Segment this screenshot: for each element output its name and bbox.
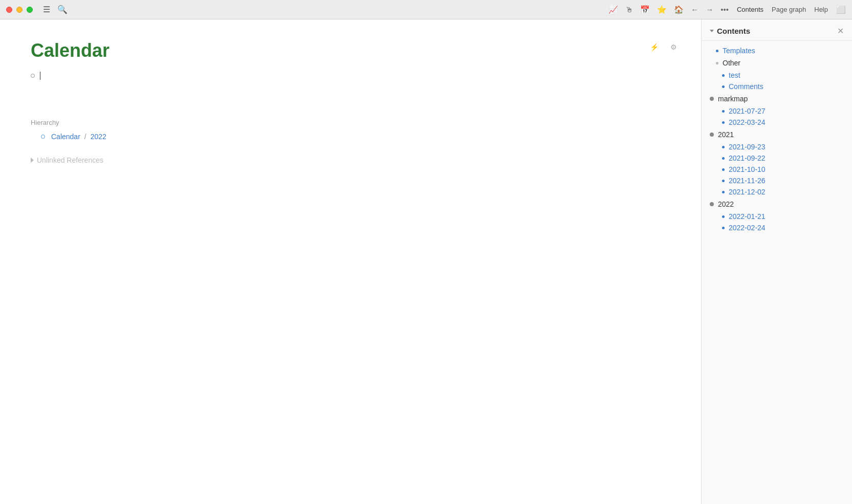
right-panel: Contents ✕ Templates Other test Comments <box>701 19 852 504</box>
gear-icon[interactable]: ⚙ <box>666 40 681 54</box>
main-layout: ⚡ ⚙ Calendar Hierarchy Calendar / 2022 U… <box>0 19 852 504</box>
toc-group-other: Other <box>702 56 852 70</box>
tab-page-graph[interactable]: Page graph <box>772 4 806 15</box>
toc-link-2022-02-24[interactable]: 2022-02-24 <box>729 224 766 232</box>
editor-text-cursor[interactable] <box>40 72 40 80</box>
titlebar-right: 📈 🖱 📅 ⭐ 🏠 ← → ••• Contents Page graph He… <box>608 4 846 15</box>
toc-dot-2021-09-23 <box>722 146 725 148</box>
hier-bullet <box>41 135 45 139</box>
panel-header: Contents ✕ <box>702 19 852 41</box>
panel-collapse-icon[interactable] <box>710 30 714 32</box>
toc-link-comments[interactable]: Comments <box>729 82 763 91</box>
toc-link-2021-09-22[interactable]: 2021-09-22 <box>729 154 766 162</box>
back-icon[interactable]: ← <box>691 5 698 14</box>
hierarchy-item: Calendar / 2022 <box>41 133 670 141</box>
toc-link-2022-01-21[interactable]: 2022-01-21 <box>729 212 766 221</box>
more-icon[interactable]: ••• <box>720 5 729 14</box>
titlebar: ☰ 🔍 📈 🖱 📅 ⭐ 🏠 ← → ••• Contents Page grap… <box>0 0 852 19</box>
toc-item-templates[interactable]: Templates <box>702 45 852 56</box>
hierarchy-link-2022[interactable]: 2022 <box>91 133 106 141</box>
unlinked-references[interactable]: Unlinked References <box>31 156 670 164</box>
unlinked-label: Unlinked References <box>37 156 103 164</box>
toc-group-2022: 2022 <box>702 198 852 211</box>
maximize-button[interactable] <box>27 7 33 13</box>
toc-dot-2021-10-10 <box>722 168 725 171</box>
toc-dot-test <box>722 74 725 77</box>
tab-contents[interactable]: Contents <box>737 4 763 15</box>
toc-group-markmap: markmap <box>702 92 852 105</box>
toc-item-2021-09-22[interactable]: 2021-09-22 <box>702 152 852 164</box>
toc-dot-2021 <box>710 133 714 137</box>
toc-2021-label: 2021 <box>718 130 734 139</box>
toc-link-templates[interactable]: Templates <box>723 47 755 55</box>
editor-toolbar: ⚡ ⚙ <box>647 40 681 54</box>
titlebar-left: ☰ 🔍 <box>6 5 68 14</box>
calendar-icon[interactable]: 📅 <box>640 5 650 14</box>
toc-link-2021-10-10[interactable]: 2021-10-10 <box>729 165 766 173</box>
minimize-button[interactable] <box>16 7 23 13</box>
toc-dot-other <box>716 62 718 64</box>
toc-dot-2022-03-24 <box>722 121 725 124</box>
toc-item-2021-12-02[interactable]: 2021-12-02 <box>702 186 852 198</box>
hierarchy-link-calendar[interactable]: Calendar <box>51 133 80 141</box>
toc-item-2021-09-23[interactable]: 2021-09-23 <box>702 141 852 152</box>
toc-group-2021: 2021 <box>702 128 852 141</box>
analytics-icon[interactable]: 📈 <box>608 5 618 14</box>
toc-link-2021-07-27[interactable]: 2021-07-27 <box>729 107 766 115</box>
panel-close-button[interactable]: ✕ <box>837 27 844 35</box>
close-button[interactable] <box>6 7 12 13</box>
toc-item-2022-02-24[interactable]: 2022-02-24 <box>702 222 852 233</box>
toc-item-2021-10-10[interactable]: 2021-10-10 <box>702 164 852 175</box>
toc-dot-2021-11-26 <box>722 180 725 182</box>
star-icon[interactable]: ⭐ <box>657 5 667 14</box>
panel-content: Templates Other test Comments markmap <box>702 41 852 504</box>
cursor-tool-icon[interactable]: 🖱 <box>625 5 633 14</box>
lightning-icon[interactable]: ⚡ <box>647 40 661 54</box>
toc-dot-markmap <box>710 97 714 101</box>
toc-item-2022-01-21[interactable]: 2022-01-21 <box>702 211 852 222</box>
menu-icon[interactable]: ☰ <box>43 5 50 14</box>
toc-item-2021-07-27[interactable]: 2021-07-27 <box>702 105 852 117</box>
titlebar-icons: ☰ 🔍 <box>43 5 68 14</box>
editor-bullet-line[interactable] <box>31 72 670 80</box>
editor-area[interactable]: ⚡ ⚙ Calendar Hierarchy Calendar / 2022 U… <box>0 19 701 504</box>
toc-item-2021-11-26[interactable]: 2021-11-26 <box>702 175 852 186</box>
toc-link-2022-03-24[interactable]: 2022-03-24 <box>729 118 766 126</box>
toc-dot-templates <box>716 50 718 52</box>
toc-link-2021-11-26[interactable]: 2021-11-26 <box>729 177 766 185</box>
toc-item-comments[interactable]: Comments <box>702 81 852 92</box>
toc-markmap-label: markmap <box>718 95 748 103</box>
toc-link-2021-09-23[interactable]: 2021-09-23 <box>729 143 766 151</box>
home-icon[interactable]: 🏠 <box>674 5 684 14</box>
page-title: Calendar <box>31 40 670 61</box>
toc-dot-2021-07-27 <box>722 110 725 113</box>
panel-title-area: Contents <box>710 27 750 35</box>
toc-dot-2022-02-24 <box>722 227 725 229</box>
bullet-dot <box>31 74 35 78</box>
panel-title-text: Contents <box>717 27 750 35</box>
hierarchy-separator: / <box>84 133 86 141</box>
toc-item-2022-03-24[interactable]: 2022-03-24 <box>702 117 852 128</box>
toc-dot-2021-12-02 <box>722 191 725 193</box>
chevron-right-icon <box>31 158 34 163</box>
sidebar-toggle-icon[interactable]: ⬜ <box>836 5 846 14</box>
toc-link-test[interactable]: test <box>729 71 740 79</box>
search-icon[interactable]: 🔍 <box>57 5 68 14</box>
toc-link-2021-12-02[interactable]: 2021-12-02 <box>729 188 766 196</box>
toc-dot-comments <box>722 85 725 88</box>
tab-help[interactable]: Help <box>814 4 828 15</box>
toc-dot-2021-09-22 <box>722 157 725 160</box>
toc-dot-2022-01-21 <box>722 215 725 218</box>
nav-tabs: Contents Page graph Help <box>737 4 828 15</box>
hierarchy-label: Hierarchy <box>31 119 670 126</box>
toc-dot-2022 <box>710 202 714 206</box>
toc-2022-label: 2022 <box>718 200 734 208</box>
toc-other-label: Other <box>723 59 740 67</box>
forward-icon[interactable]: → <box>706 5 713 14</box>
toc-item-test[interactable]: test <box>702 70 852 81</box>
